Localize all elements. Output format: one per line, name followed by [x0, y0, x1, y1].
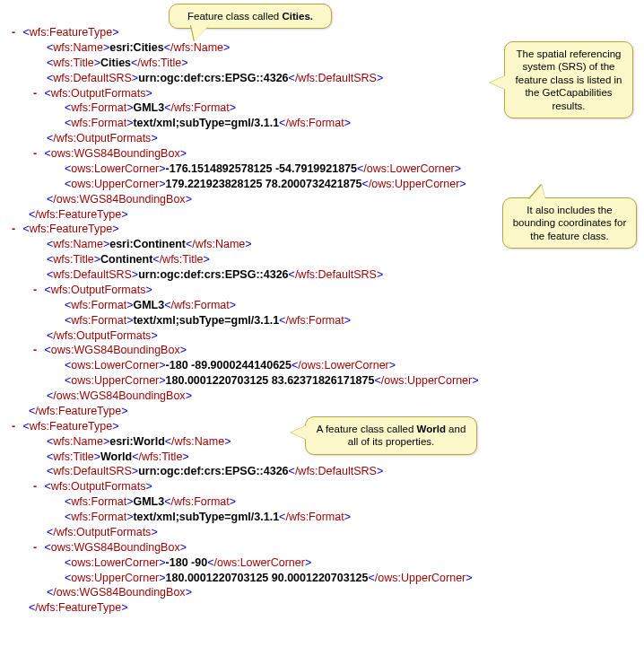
callout-text: Feature class called	[187, 11, 282, 22]
value-lowercorner: -180 -90	[166, 556, 208, 569]
callout-text: A feature class called	[317, 424, 417, 434]
callout-bold: Cities.	[282, 11, 313, 22]
value-name: esri:Continent	[109, 238, 186, 250]
xml-line: <ows:UpperCorner>180.0001220703125 90.00…	[7, 571, 637, 586]
value-lowercorner: -180 -89.9000244140625	[166, 359, 292, 372]
callout-text: The spatial referencing system (SRS) of …	[516, 48, 622, 111]
xml-line: </wfs:OutputFormats>	[7, 131, 637, 146]
value-uppercorner: 180.0001220703125 83.62371826171875	[166, 374, 375, 387]
value-title: World	[100, 450, 132, 463]
value-uppercorner: 180.0001220703125 90.0001220703125	[166, 572, 369, 584]
xml-line: </ows:WGS84BoundingBox>	[7, 585, 637, 600]
xml-line: <ows:LowerCorner>-180 -89.9000244140625<…	[7, 358, 637, 373]
callout-tail	[291, 425, 307, 440]
value-srs: urn:ogc:def:crs:EPSG::4326	[138, 465, 288, 477]
xml-line: <wfs:Format>text/xml;subType=gml/3.1.1</…	[7, 510, 637, 525]
xml-line: <wfs:Format>GML3</wfs:Format>	[7, 298, 637, 313]
xml-line: - <ows:WGS84BoundingBox>	[7, 540, 637, 555]
callout-tail	[490, 75, 506, 90]
value-lowercorner: -176.1514892578125 -54.7919921875	[166, 162, 357, 175]
xml-line: <ows:UpperCorner>180.0001220703125 83.62…	[7, 373, 637, 389]
xml-line: <wfs:DefaultSRS>urn:ogc:def:crs:EPSG::43…	[7, 464, 637, 479]
callout-bold: World	[417, 424, 446, 434]
callout-bbox: It also includes the bounding coordinate…	[502, 197, 637, 249]
value-srs: urn:ogc:def:crs:EPSG::4326	[138, 72, 288, 84]
xml-line: - <wfs:OutputFormats>	[7, 479, 637, 494]
xml-line: <wfs:Title>Continent</wfs:Title>	[7, 252, 637, 267]
xml-line: <wfs:Format>text/xml;subType=gml/3.1.1</…	[7, 313, 637, 328]
value-name: esri:World	[109, 435, 165, 448]
xml-line: </ows:WGS84BoundingBox>	[7, 389, 637, 404]
value-format: text/xml;subType=gml/3.1.1	[133, 117, 279, 129]
xml-line: <wfs:DefaultSRS>urn:ogc:def:crs:EPSG::43…	[7, 267, 637, 283]
xml-line: - <wfs:OutputFormats>	[7, 283, 637, 298]
value-uppercorner: 179.221923828125 78.2000732421875	[166, 178, 362, 190]
xml-line: - <ows:WGS84BoundingBox>	[7, 343, 637, 358]
xml-line: </wfs:FeatureType>	[7, 600, 637, 616]
xml-line: <wfs:Format>GML3</wfs:Format>	[7, 494, 637, 510]
callout-tail	[191, 25, 209, 41]
value-title: Cities	[100, 57, 131, 69]
value-format: GML3	[133, 299, 164, 311]
callout-srs: The spatial referencing system (SRS) of …	[504, 41, 633, 118]
xml-line: </wfs:OutputFormats>	[7, 525, 637, 540]
value-format: text/xml;subType=gml/3.1.1	[133, 511, 279, 523]
xml-line: - <ows:WGS84BoundingBox>	[7, 146, 637, 162]
value-format: text/xml;subType=gml/3.1.1	[133, 314, 279, 327]
value-format: GML3	[133, 495, 164, 508]
value-name: esri:Cities	[109, 41, 163, 54]
value-title: Continent	[100, 253, 152, 266]
callout-world: A feature class called World and all of …	[305, 416, 477, 455]
xml-line: <ows:LowerCorner>-180 -90</ows:LowerCorn…	[7, 555, 637, 571]
xml-line: </wfs:OutputFormats>	[7, 328, 637, 344]
callout-text: It also includes the bounding coordinate…	[513, 205, 627, 241]
xml-line: <ows:LowerCorner>-176.1514892578125 -54.…	[7, 162, 637, 177]
value-format: GML3	[133, 101, 164, 114]
value-srs: urn:ogc:def:crs:EPSG::4326	[138, 268, 288, 281]
callout-tail	[529, 185, 545, 199]
